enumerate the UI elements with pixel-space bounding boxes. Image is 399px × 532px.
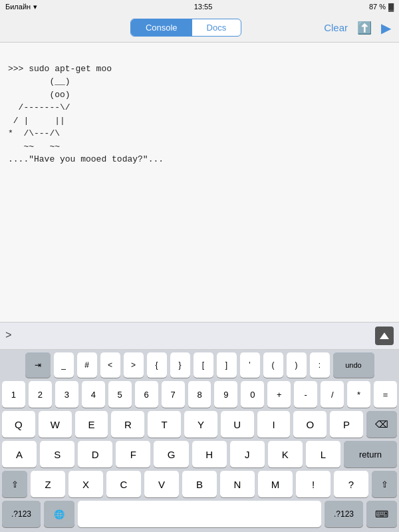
wifi-icon: ▾ [33, 3, 37, 11]
toolbar-right: Clear ⬆️ ▶ [324, 20, 391, 36]
key-j[interactable]: J [230, 441, 265, 467]
toolbar-tabs: Console Docs [130, 19, 241, 37]
shift-left-icon: ⇧ [11, 479, 19, 489]
tab-key[interactable]: ⇥ [25, 352, 51, 378]
rbracket-key[interactable]: ] [217, 352, 237, 378]
key-i[interactable]: I [257, 411, 291, 438]
carrier-label: Билайн [5, 3, 31, 11]
key-p[interactable]: P [330, 411, 363, 438]
key-123-right[interactable]: .?123 [325, 501, 363, 527]
key-g[interactable]: G [154, 441, 188, 467]
key-m[interactable]: M [258, 471, 293, 497]
key-plus[interactable]: + [267, 381, 291, 408]
status-time: 13:55 [194, 3, 213, 11]
key-exclaim[interactable]: ! [296, 471, 331, 497]
rparen-key[interactable]: ) [287, 352, 307, 378]
space-key[interactable] [78, 501, 321, 527]
shift-right-icon: ⇧ [381, 479, 388, 489]
console-text: >>> sudo apt-get moo (__) (oo) /-------\… [8, 64, 164, 165]
key-u[interactable]: U [221, 411, 254, 438]
special-key-row: ⇥ _ # < > { } [ ] ' ( ) : undo [2, 352, 397, 378]
console-output: >>> sudo apt-get moo (__) (oo) /-------\… [0, 43, 399, 322]
underscore-key[interactable]: _ [54, 352, 74, 378]
quote-key[interactable]: ' [240, 352, 260, 378]
return-key[interactable]: return [344, 441, 397, 467]
key-6[interactable]: 6 [135, 381, 158, 408]
delete-key[interactable]: ⌫ [366, 411, 397, 438]
key-4[interactable]: 4 [82, 381, 105, 408]
key-h[interactable]: H [192, 441, 227, 467]
rbrace-key[interactable]: } [170, 352, 190, 378]
bottom-row: .?123 🌐 .?123 ⌨ [2, 501, 397, 527]
undo-key[interactable]: undo [333, 352, 374, 378]
key-123-left[interactable]: .?123 [2, 501, 41, 527]
key-0[interactable]: 0 [241, 381, 264, 408]
key-o[interactable]: O [293, 411, 327, 438]
keyboard: ⇥ _ # < > { } [ ] ' ( ) : undo 1 2 3 4 5… [0, 350, 399, 532]
key-2[interactable]: 2 [29, 381, 52, 408]
hash-key[interactable]: # [77, 352, 97, 378]
lparen-key[interactable]: ( [263, 352, 283, 378]
key-minus[interactable]: - [294, 381, 317, 408]
key-t[interactable]: T [148, 411, 181, 438]
key-n[interactable]: N [220, 471, 255, 497]
key-l[interactable]: L [306, 441, 340, 467]
key-7[interactable]: 7 [162, 381, 185, 408]
key-v[interactable]: V [144, 471, 179, 497]
backspace-icon: ⌫ [375, 419, 388, 430]
arrow-up-icon [380, 332, 389, 339]
status-bar: Билайн ▾ 13:55 87 % ▓ [0, 0, 399, 13]
battery-icon: ▓ [388, 3, 394, 11]
input-prompt: > [5, 330, 12, 342]
status-left: Билайн ▾ [5, 3, 37, 11]
tab-console[interactable]: Console [131, 19, 192, 36]
battery-label: 87 % [369, 3, 386, 11]
key-9[interactable]: 9 [214, 381, 237, 408]
number-row: 1 2 3 4 5 6 7 8 9 0 + - / * = [2, 381, 397, 408]
clear-button[interactable]: Clear [324, 22, 348, 33]
run-icon[interactable]: ▶ [381, 20, 391, 36]
keyboard-key[interactable]: ⌨ [366, 501, 397, 527]
key-e[interactable]: E [75, 411, 108, 438]
key-equals[interactable]: = [374, 381, 397, 408]
qwerty-row: Q W E R T Y U I O P ⌫ [2, 411, 397, 438]
zxcv-row: ⇧ Z X C V B N M ! ? ⇧ [2, 471, 397, 497]
key-z[interactable]: Z [31, 471, 65, 497]
key-q[interactable]: Q [2, 411, 35, 438]
toolbar: Console Docs Clear ⬆️ ▶ [0, 13, 399, 43]
key-b[interactable]: B [182, 471, 217, 497]
key-s[interactable]: S [40, 441, 74, 467]
lbrace-key[interactable]: { [147, 352, 167, 378]
asdf-row: A S D F G H J K L return [2, 441, 397, 467]
key-k[interactable]: K [268, 441, 303, 467]
key-r[interactable]: R [111, 411, 144, 438]
tab-docs[interactable]: Docs [192, 19, 241, 36]
input-row: > [0, 322, 399, 350]
key-question[interactable]: ? [334, 471, 368, 497]
key-slash[interactable]: / [321, 381, 344, 408]
key-x[interactable]: X [68, 471, 103, 497]
command-input[interactable] [16, 331, 375, 341]
key-8[interactable]: 8 [188, 381, 211, 408]
gt-key[interactable]: > [124, 352, 144, 378]
key-f[interactable]: F [116, 441, 150, 467]
key-5[interactable]: 5 [108, 381, 132, 408]
key-d[interactable]: D [78, 441, 112, 467]
shift-right-key[interactable]: ⇧ [372, 471, 397, 497]
lbracket-key[interactable]: [ [194, 352, 213, 378]
colon-key[interactable]: : [310, 352, 330, 378]
key-3[interactable]: 3 [55, 381, 78, 408]
globe-key[interactable]: 🌐 [44, 501, 74, 527]
status-right: 87 % ▓ [369, 3, 394, 11]
key-c[interactable]: C [106, 471, 141, 497]
key-1[interactable]: 1 [2, 381, 25, 408]
key-w[interactable]: W [39, 411, 72, 438]
key-star[interactable]: * [347, 381, 370, 408]
key-y[interactable]: Y [184, 411, 217, 438]
lt-key[interactable]: < [100, 352, 120, 378]
shift-left-key[interactable]: ⇧ [2, 471, 27, 497]
share-icon[interactable]: ⬆️ [357, 21, 372, 35]
submit-button[interactable] [375, 327, 394, 345]
key-a[interactable]: A [2, 441, 37, 467]
